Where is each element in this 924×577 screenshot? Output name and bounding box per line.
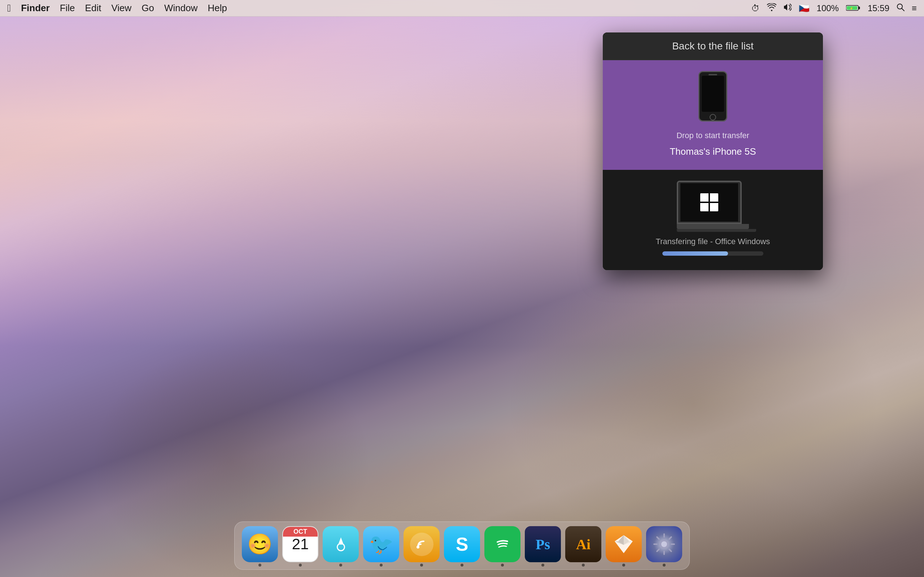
reeder-inner bbox=[410, 533, 433, 556]
device-name-label: Thomas's iPhone 5S bbox=[670, 146, 756, 157]
battery-percent: 100% bbox=[817, 3, 839, 13]
dock-item-skype[interactable]: S bbox=[444, 526, 480, 567]
twitter-bird-icon: 🐦 bbox=[369, 533, 394, 556]
sketch-diamond-icon bbox=[613, 533, 635, 555]
dock-item-spotify[interactable] bbox=[485, 526, 520, 567]
calendar-month: OCT bbox=[283, 527, 318, 537]
dock-item-calendar[interactable]: OCT 21 bbox=[282, 526, 318, 567]
reeder-icon bbox=[404, 526, 439, 562]
apple-menu[interactable]:  bbox=[7, 3, 11, 14]
twitter-dot bbox=[380, 564, 383, 567]
popup-window: Back to the file list Drop to start tran… bbox=[603, 32, 823, 270]
photoshop-dot bbox=[541, 564, 544, 567]
airdrop-dot bbox=[339, 564, 342, 567]
spotlight-icon[interactable] bbox=[897, 3, 905, 13]
svg-rect-17 bbox=[663, 533, 665, 538]
menubar-right: ⏱ 🇨🇿 100% ⚡ 15:5 bbox=[751, 3, 917, 13]
svg-rect-22 bbox=[656, 548, 660, 552]
dock-item-finder[interactable]: 😊 bbox=[242, 526, 278, 567]
skype-icon: S bbox=[444, 526, 480, 562]
svg-rect-18 bbox=[668, 536, 672, 540]
notification-center-icon[interactable]: ≡ bbox=[912, 3, 917, 13]
skype-dot bbox=[460, 564, 464, 567]
file-menu[interactable]: File bbox=[60, 3, 75, 14]
windows-logo bbox=[700, 193, 718, 211]
svg-rect-20 bbox=[668, 548, 672, 552]
dock-item-sketch[interactable] bbox=[606, 526, 642, 567]
photoshop-ps-text: Ps bbox=[536, 536, 550, 553]
svg-point-9 bbox=[492, 533, 513, 555]
wifi-icon[interactable] bbox=[767, 3, 776, 13]
iphone-drop-section[interactable]: Drop to start transfer Thomas's iPhone 5… bbox=[603, 60, 823, 170]
svg-rect-24 bbox=[656, 536, 660, 540]
sketch-dot bbox=[622, 564, 625, 567]
iphone-icon bbox=[698, 71, 727, 125]
svg-rect-23 bbox=[653, 543, 657, 545]
reeder-dot bbox=[420, 564, 423, 567]
finder-dot bbox=[258, 564, 261, 567]
go-menu[interactable]: Go bbox=[142, 3, 154, 14]
dock-item-airdrop[interactable] bbox=[323, 526, 359, 567]
svg-rect-19 bbox=[670, 543, 675, 545]
svg-line-5 bbox=[901, 8, 904, 11]
spotify-icon bbox=[485, 526, 520, 562]
time-machine-icon[interactable]: ⏱ bbox=[751, 3, 760, 13]
calendar-dot bbox=[299, 564, 302, 567]
svg-point-8 bbox=[417, 546, 419, 548]
volume-icon[interactable] bbox=[783, 3, 792, 13]
twitter-icon: 🐦 bbox=[363, 526, 399, 562]
spotify-dot bbox=[501, 564, 504, 567]
transfer-status-label: Transfering file - Office Windows bbox=[656, 237, 770, 246]
finder-icon: 😊 bbox=[242, 526, 278, 562]
sysprefs-dot bbox=[663, 564, 666, 567]
dock-item-reeder[interactable] bbox=[404, 526, 439, 567]
laptop-icon bbox=[677, 181, 749, 232]
progress-bar bbox=[662, 251, 728, 256]
progress-bar-container bbox=[662, 251, 763, 256]
illustrator-ai-text: Ai bbox=[576, 536, 591, 553]
dock: 😊 OCT 21 🐦 bbox=[234, 521, 690, 570]
airdrop-icon bbox=[323, 526, 359, 562]
menubar-left:  Finder File Edit View Go Window Help bbox=[7, 3, 227, 14]
sysprefs-icon bbox=[646, 526, 682, 562]
dock-item-sysprefs[interactable] bbox=[646, 526, 682, 567]
battery-icon: ⚡ bbox=[846, 3, 861, 13]
illustrator-icon: Ai bbox=[565, 526, 601, 562]
illustrator-dot bbox=[582, 564, 585, 567]
window-menu[interactable]: Window bbox=[164, 3, 197, 14]
svg-rect-21 bbox=[663, 551, 665, 555]
sketch-icon bbox=[606, 526, 642, 562]
calendar-icon: OCT 21 bbox=[282, 526, 318, 562]
drop-transfer-label: Drop to start transfer bbox=[677, 131, 749, 140]
view-menu[interactable]: View bbox=[111, 3, 131, 14]
dock-item-photoshop[interactable]: Ps bbox=[525, 526, 561, 567]
help-menu[interactable]: Help bbox=[208, 3, 227, 14]
dock-item-illustrator[interactable]: Ai bbox=[565, 526, 601, 567]
svg-marker-7 bbox=[338, 537, 344, 545]
finder-face-icon: 😊 bbox=[247, 532, 273, 556]
popup-header: Back to the file list bbox=[603, 32, 823, 60]
app-name-menu[interactable]: Finder bbox=[21, 3, 50, 14]
skype-letter-icon: S bbox=[456, 533, 468, 555]
laptop-transfer-section: Transfering file - Office Windows bbox=[603, 170, 823, 270]
menubar:  Finder File Edit View Go Window Help ⏱… bbox=[0, 0, 924, 16]
calendar-day: 21 bbox=[292, 537, 309, 552]
clock: 15:59 bbox=[868, 3, 889, 13]
edit-menu[interactable]: Edit bbox=[85, 3, 102, 14]
photoshop-icon: Ps bbox=[525, 526, 561, 562]
sysprefs-gear-icon bbox=[651, 532, 677, 557]
svg-point-16 bbox=[661, 541, 667, 547]
dock-item-twitter[interactable]: 🐦 bbox=[363, 526, 399, 567]
svg-text:⚡: ⚡ bbox=[850, 6, 853, 10]
flag-icon[interactable]: 🇨🇿 bbox=[799, 3, 809, 13]
svg-rect-1 bbox=[858, 6, 860, 10]
back-to-file-list-button[interactable]: Back to the file list bbox=[672, 40, 754, 52]
